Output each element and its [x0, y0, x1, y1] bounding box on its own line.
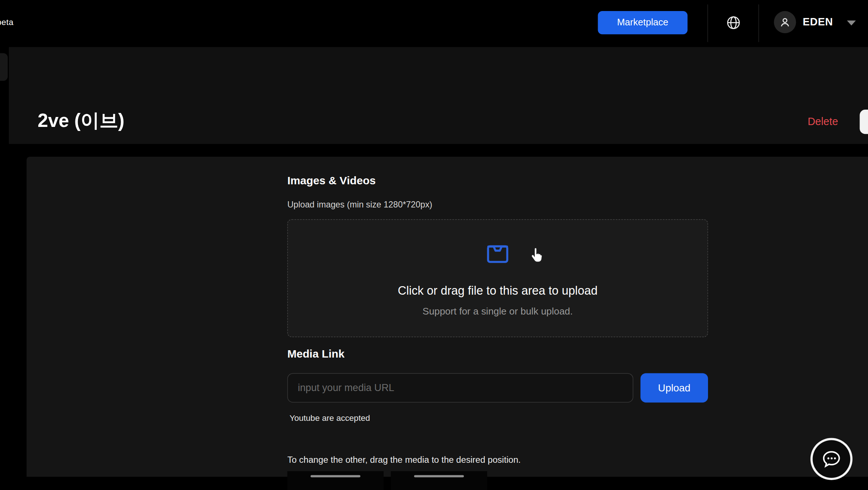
drawer-handle[interactable] [0, 53, 8, 81]
dropzone-title: Click or drag file to this area to uploa… [398, 284, 597, 298]
topbar-divider [708, 4, 708, 42]
inbox-icon [481, 240, 513, 271]
thumbnail-bar [414, 475, 464, 477]
topbar-divider [758, 4, 759, 42]
language-globe-icon[interactable] [726, 15, 741, 31]
chevron-down-icon[interactable] [847, 21, 856, 26]
media-panel: Images & Videos Upload images (min size … [26, 157, 868, 477]
media-link-heading: Media Link [287, 348, 345, 361]
page-header: 2ve (이브) Delete S ✓ Overview 2 Descripti… [9, 47, 868, 144]
user-avatar[interactable] [774, 11, 796, 33]
chat-bubble-icon [812, 440, 850, 478]
upload-size-note: Upload images (min size 1280*720px) [287, 200, 432, 210]
top-bar: beta Marketplace EDEN [0, 0, 868, 47]
reorder-hint: To change the other, drag the media to t… [287, 455, 521, 465]
media-thumbnail[interactable] [287, 471, 384, 490]
delete-button[interactable]: Delete [804, 115, 842, 128]
marketplace-button[interactable]: Marketplace [598, 11, 688, 34]
page-title: 2ve (이브) [38, 108, 124, 133]
username-label[interactable]: EDEN [803, 16, 833, 28]
media-thumbnail[interactable] [391, 471, 487, 490]
media-url-input[interactable] [287, 373, 633, 402]
thumbnail-bar [310, 475, 360, 477]
images-videos-heading: Images & Videos [287, 174, 376, 187]
upload-button[interactable]: Upload [640, 373, 708, 402]
app-window: beta Marketplace EDEN 2ve (이브) Delete S … [0, 0, 868, 490]
save-button[interactable]: S [860, 110, 868, 134]
file-dropzone[interactable]: Click or drag file to this area to uploa… [287, 219, 708, 337]
dropzone-subtitle: Support for a single or bulk upload. [423, 306, 573, 317]
brand-logo-partial: beta [0, 17, 14, 27]
accepted-hint: Youtube are accepted [289, 413, 370, 423]
chat-launcher-button[interactable] [810, 438, 852, 480]
